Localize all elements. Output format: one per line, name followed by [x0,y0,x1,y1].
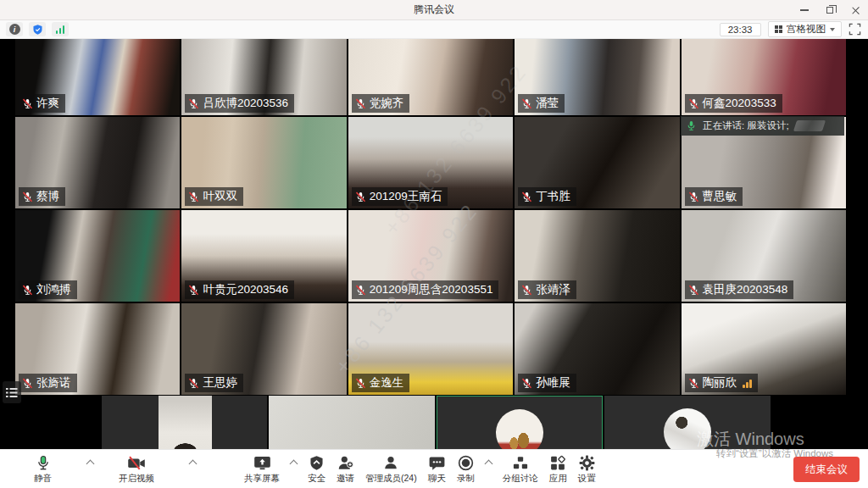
breakout-squares-icon [513,454,528,471]
fullscreen-button[interactable] [849,23,861,36]
close-button[interactable] [843,0,868,20]
settings-button[interactable]: 设置 [578,454,596,485]
video-tile[interactable]: 孙唯展 [515,303,679,395]
video-tile[interactable]: 金逸生 [348,303,513,395]
invite-label: 邀请 [337,473,354,485]
mute-button[interactable]: 静音 [34,454,52,485]
restore-icon [826,7,833,14]
participant-name: 陶丽欣 [703,374,737,391]
video-tile[interactable]: 党婉齐 [348,39,513,115]
close-icon [851,6,860,14]
minimize-icon [800,9,809,11]
record-options-chevron[interactable] [484,460,492,469]
dropdown-caret-icon [830,28,835,31]
video-tile[interactable]: 201209周思含20203551 [348,210,513,302]
settings-gear-icon [579,454,595,471]
participant-name: 许爽 [36,95,59,112]
mic-muted-icon [188,191,199,202]
video-tile[interactable]: 叶双双 [181,117,346,208]
view-mode-label: 宫格视图 [787,23,826,36]
view-mode-selector[interactable]: 宫格视图 [768,21,843,37]
titlebar: 腾讯会议 [0,0,868,20]
manage-members-button[interactable]: 管理成员(24) [365,454,417,485]
video-options-chevron[interactable] [189,460,198,469]
video-tile[interactable]: 吕欣博20203536 [181,39,346,115]
participant-name: 叶贵元20203546 [203,281,288,298]
invite-button[interactable]: 邀请 [337,454,354,485]
video-grid-stage: 许爽 吕欣博20203536 党婉齐 潘莹 何鑫20203533 蔡博 叶双双 … [0,39,868,488]
meeting-timer: 23:33 [720,23,761,36]
video-tile[interactable]: 张旖诺 [15,303,180,395]
participant-name: 吕欣博20203536 [203,95,288,112]
members-person-icon [383,454,398,471]
mic-muted-icon [188,98,199,109]
window-title: 腾讯会议 [414,3,454,17]
participant-name: 张旖诺 [36,374,71,391]
start-video-button[interactable]: 开启视频 [119,454,154,485]
participant-name: 何鑫20203533 [703,95,776,112]
video-tile[interactable]: 何鑫20203533 [682,39,846,115]
participant-name: 丁书胜 [536,188,570,205]
video-tile[interactable]: 蔡博 [15,117,180,208]
chat-button[interactable]: 聊天 [428,454,446,485]
video-tile[interactable]: 刘鸿搏 [15,210,180,302]
video-tile[interactable]: 张靖泽 [515,210,679,302]
speaking-indicator: 正在讲话: 服装设计; [681,116,844,136]
microphone-icon [36,454,51,471]
mute-label: 静音 [34,473,52,485]
mic-muted-icon [688,191,699,202]
network-status-button[interactable] [52,22,69,36]
meeting-window: 腾讯会议 i 23:33 宫格视图 [0,0,868,488]
video-tile[interactable]: 袁田庚20203548 [682,210,846,302]
participant-name: 王思婷 [203,374,237,391]
camera-off-icon [127,454,146,471]
participant-name: 201209周思含20203551 [370,281,493,298]
participant-name: 金逸生 [370,374,404,391]
share-screen-button[interactable]: 共享屏幕 [244,454,280,485]
video-tile[interactable]: 王思婷 [181,303,346,395]
restore-button[interactable] [817,0,843,20]
participant-name: 刘鸿搏 [36,281,71,298]
breakout-rooms-button[interactable]: 分组讨论 [503,454,538,485]
security-shield-icon [309,454,324,471]
participant-name: 孙唯展 [536,374,570,391]
record-button[interactable]: 录制 [457,454,475,485]
video-tile[interactable]: 潘莹 [515,39,679,115]
speaking-text: 正在讲话: 服装设计; [703,119,789,132]
participant-name: 袁田庚20203548 [703,281,788,298]
invite-person-icon [337,454,353,471]
security-button[interactable]: 安全 [308,454,326,485]
meeting-security-button[interactable] [29,22,46,36]
mic-muted-icon [521,285,532,296]
mic-muted-icon [22,378,33,389]
start-video-label: 开启视频 [119,473,154,485]
participant-name: 潘莹 [536,95,559,112]
info-icon: i [9,24,20,35]
shield-check-icon [32,24,43,36]
breakout-rooms-label: 分组讨论 [503,473,538,485]
share-options-chevron[interactable] [290,460,298,469]
video-tile[interactable]: 201209王南石 [348,117,513,208]
video-grid: 许爽 吕欣博20203536 党婉齐 潘莹 何鑫20203533 蔡博 叶双双 … [15,39,846,395]
participant-name: 曹思敏 [703,188,737,205]
video-tile[interactable]: 陶丽欣 [682,303,846,395]
participant-name: 蔡博 [36,188,59,205]
minimize-button[interactable] [792,0,817,20]
video-tile[interactable]: 丁书胜 [515,117,679,208]
end-meeting-button[interactable]: 结束会议 [793,457,860,482]
window-controls [792,0,868,20]
participant-name: 党婉齐 [370,95,404,112]
apps-button[interactable]: 应用 [549,454,567,485]
participant-name: 张靖泽 [536,281,570,298]
record-label: 录制 [457,473,475,485]
video-tile[interactable]: 许爽 [15,39,180,115]
mic-muted-icon [688,285,699,296]
list-icon [6,387,18,398]
mic-options-chevron[interactable] [86,460,95,469]
member-list-toggle[interactable] [3,381,21,403]
meeting-toolbar: 静音 开启视频 共享屏幕 安全 [0,449,868,488]
meeting-info-button[interactable]: i [6,22,23,36]
video-tile[interactable]: 叶贵元20203546 [181,210,346,302]
meeting-topbar: i 23:33 宫格视图 [0,20,868,39]
network-signal-icon [56,25,65,34]
